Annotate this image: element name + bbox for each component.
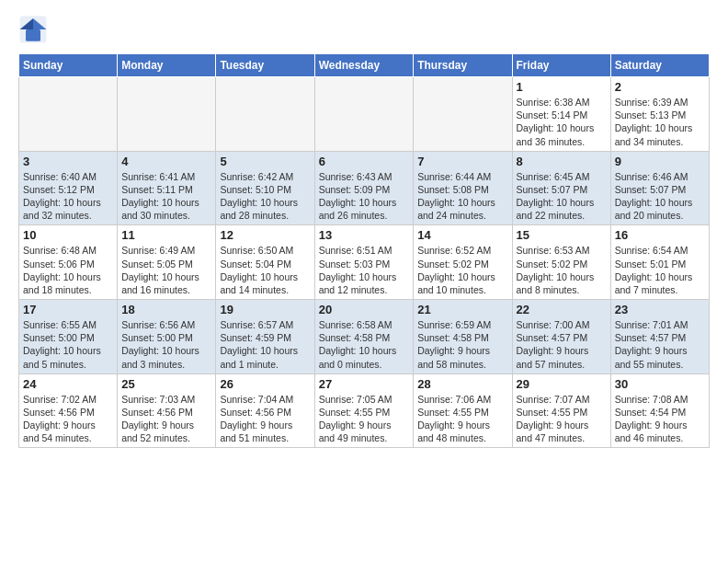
calendar-cell: 28Sunrise: 7:06 AM Sunset: 4:55 PM Dayli… <box>414 373 512 448</box>
calendar-week-row: 17Sunrise: 6:55 AM Sunset: 5:00 PM Dayli… <box>19 300 710 374</box>
day-info: Sunrise: 6:55 AM Sunset: 5:00 PM Dayligh… <box>23 318 113 371</box>
day-number: 16 <box>615 228 705 242</box>
day-number: 28 <box>417 377 507 391</box>
day-info: Sunrise: 6:53 AM Sunset: 5:02 PM Dayligh… <box>517 244 607 296</box>
day-number: 20 <box>319 303 410 316</box>
day-number: 1 <box>517 80 607 94</box>
calendar-cell: 8Sunrise: 6:45 AM Sunset: 5:07 PM Daylig… <box>512 151 610 225</box>
calendar-cell: 19Sunrise: 6:57 AM Sunset: 4:59 PM Dayli… <box>216 300 314 374</box>
day-info: Sunrise: 6:49 AM Sunset: 5:05 PM Dayligh… <box>121 244 211 296</box>
svg-rect-3 <box>26 29 40 41</box>
day-number: 3 <box>23 155 113 168</box>
day-info: Sunrise: 6:42 AM Sunset: 5:10 PM Dayligh… <box>220 170 310 223</box>
calendar-cell <box>19 77 118 152</box>
calendar-cell: 6Sunrise: 6:43 AM Sunset: 5:09 PM Daylig… <box>314 151 414 225</box>
calendar-cell: 9Sunrise: 6:46 AM Sunset: 5:07 PM Daylig… <box>610 151 709 225</box>
day-info: Sunrise: 6:43 AM Sunset: 5:09 PM Dayligh… <box>319 170 410 223</box>
calendar-cell: 21Sunrise: 6:59 AM Sunset: 4:58 PM Dayli… <box>414 300 512 374</box>
day-info: Sunrise: 7:07 AM Sunset: 4:55 PM Dayligh… <box>517 393 607 445</box>
calendar-cell: 5Sunrise: 6:42 AM Sunset: 5:10 PM Daylig… <box>216 151 314 225</box>
day-info: Sunrise: 7:01 AM Sunset: 4:57 PM Dayligh… <box>615 318 705 371</box>
calendar-cell: 18Sunrise: 6:56 AM Sunset: 5:00 PM Dayli… <box>118 300 216 374</box>
day-info: Sunrise: 6:50 AM Sunset: 5:04 PM Dayligh… <box>220 244 310 296</box>
weekday-header: Saturday <box>610 54 709 77</box>
logo-icon <box>18 15 48 44</box>
calendar-cell: 29Sunrise: 7:07 AM Sunset: 4:55 PM Dayli… <box>512 373 610 448</box>
weekday-header: Sunday <box>19 54 118 77</box>
day-number: 17 <box>23 303 113 316</box>
day-info: Sunrise: 7:00 AM Sunset: 4:57 PM Dayligh… <box>517 318 607 371</box>
calendar-header-row: SundayMondayTuesdayWednesdayThursdayFrid… <box>19 54 710 77</box>
calendar-cell <box>118 77 216 152</box>
day-info: Sunrise: 6:44 AM Sunset: 5:08 PM Dayligh… <box>417 170 507 223</box>
day-number: 29 <box>517 377 607 391</box>
day-number: 14 <box>417 228 507 242</box>
calendar-week-row: 24Sunrise: 7:02 AM Sunset: 4:56 PM Dayli… <box>19 373 710 448</box>
calendar-cell: 17Sunrise: 6:55 AM Sunset: 5:00 PM Dayli… <box>19 300 118 374</box>
day-number: 6 <box>319 155 410 168</box>
calendar-cell <box>216 77 314 152</box>
weekday-header: Wednesday <box>314 54 414 77</box>
calendar-cell: 14Sunrise: 6:52 AM Sunset: 5:02 PM Dayli… <box>414 225 512 300</box>
calendar-cell: 1Sunrise: 6:38 AM Sunset: 5:14 PM Daylig… <box>512 77 610 152</box>
calendar-cell: 2Sunrise: 6:39 AM Sunset: 5:13 PM Daylig… <box>610 77 709 152</box>
day-number: 4 <box>121 155 211 168</box>
day-info: Sunrise: 7:04 AM Sunset: 4:56 PM Dayligh… <box>220 393 310 445</box>
day-info: Sunrise: 6:39 AM Sunset: 5:13 PM Dayligh… <box>615 96 705 148</box>
day-number: 9 <box>615 155 705 168</box>
day-info: Sunrise: 7:02 AM Sunset: 4:56 PM Dayligh… <box>23 393 113 445</box>
day-number: 8 <box>517 155 607 168</box>
day-number: 22 <box>517 303 607 316</box>
day-info: Sunrise: 6:56 AM Sunset: 5:00 PM Dayligh… <box>121 318 211 371</box>
day-info: Sunrise: 6:41 AM Sunset: 5:11 PM Dayligh… <box>121 170 211 223</box>
day-info: Sunrise: 6:45 AM Sunset: 5:07 PM Dayligh… <box>517 170 607 223</box>
day-number: 27 <box>319 377 410 391</box>
weekday-header: Tuesday <box>216 54 314 77</box>
weekday-header: Monday <box>118 54 216 77</box>
calendar-cell: 16Sunrise: 6:54 AM Sunset: 5:01 PM Dayli… <box>610 225 709 300</box>
logo <box>18 15 51 44</box>
day-info: Sunrise: 6:38 AM Sunset: 5:14 PM Dayligh… <box>517 96 607 148</box>
day-info: Sunrise: 6:40 AM Sunset: 5:12 PM Dayligh… <box>23 170 113 223</box>
day-number: 25 <box>121 377 211 391</box>
weekday-header: Thursday <box>414 54 512 77</box>
day-number: 26 <box>220 377 310 391</box>
day-info: Sunrise: 6:46 AM Sunset: 5:07 PM Dayligh… <box>615 170 705 223</box>
calendar-table: SundayMondayTuesdayWednesdayThursdayFrid… <box>18 53 710 448</box>
day-info: Sunrise: 6:57 AM Sunset: 4:59 PM Dayligh… <box>220 318 310 371</box>
calendar-cell: 7Sunrise: 6:44 AM Sunset: 5:08 PM Daylig… <box>414 151 512 225</box>
calendar-cell: 20Sunrise: 6:58 AM Sunset: 4:58 PM Dayli… <box>314 300 414 374</box>
day-info: Sunrise: 6:51 AM Sunset: 5:03 PM Dayligh… <box>319 244 410 296</box>
day-info: Sunrise: 6:52 AM Sunset: 5:02 PM Dayligh… <box>417 244 507 296</box>
calendar-cell: 22Sunrise: 7:00 AM Sunset: 4:57 PM Dayli… <box>512 300 610 374</box>
calendar-cell: 23Sunrise: 7:01 AM Sunset: 4:57 PM Dayli… <box>610 300 709 374</box>
calendar-cell: 3Sunrise: 6:40 AM Sunset: 5:12 PM Daylig… <box>19 151 118 225</box>
day-info: Sunrise: 6:48 AM Sunset: 5:06 PM Dayligh… <box>23 244 113 296</box>
weekday-header: Friday <box>512 54 610 77</box>
day-number: 13 <box>319 228 410 242</box>
day-number: 5 <box>220 155 310 168</box>
calendar-cell: 25Sunrise: 7:03 AM Sunset: 4:56 PM Dayli… <box>118 373 216 448</box>
day-number: 21 <box>417 303 507 316</box>
day-number: 19 <box>220 303 310 316</box>
day-number: 23 <box>615 303 705 316</box>
day-number: 24 <box>23 377 113 391</box>
calendar-cell: 12Sunrise: 6:50 AM Sunset: 5:04 PM Dayli… <box>216 225 314 300</box>
day-number: 12 <box>220 228 310 242</box>
calendar-cell: 15Sunrise: 6:53 AM Sunset: 5:02 PM Dayli… <box>512 225 610 300</box>
day-number: 11 <box>121 228 211 242</box>
day-info: Sunrise: 7:05 AM Sunset: 4:55 PM Dayligh… <box>319 393 410 445</box>
day-number: 10 <box>23 228 113 242</box>
day-number: 7 <box>417 155 507 168</box>
calendar-cell: 10Sunrise: 6:48 AM Sunset: 5:06 PM Dayli… <box>19 225 118 300</box>
calendar-cell <box>414 77 512 152</box>
calendar-cell: 13Sunrise: 6:51 AM Sunset: 5:03 PM Dayli… <box>314 225 414 300</box>
calendar-cell: 11Sunrise: 6:49 AM Sunset: 5:05 PM Dayli… <box>118 225 216 300</box>
day-info: Sunrise: 7:06 AM Sunset: 4:55 PM Dayligh… <box>417 393 507 445</box>
day-number: 18 <box>121 303 211 316</box>
calendar-cell: 27Sunrise: 7:05 AM Sunset: 4:55 PM Dayli… <box>314 373 414 448</box>
calendar-week-row: 3Sunrise: 6:40 AM Sunset: 5:12 PM Daylig… <box>19 151 710 225</box>
calendar-cell: 24Sunrise: 7:02 AM Sunset: 4:56 PM Dayli… <box>19 373 118 448</box>
calendar-week-row: 1Sunrise: 6:38 AM Sunset: 5:14 PM Daylig… <box>19 77 710 152</box>
calendar-cell: 30Sunrise: 7:08 AM Sunset: 4:54 PM Dayli… <box>610 373 709 448</box>
